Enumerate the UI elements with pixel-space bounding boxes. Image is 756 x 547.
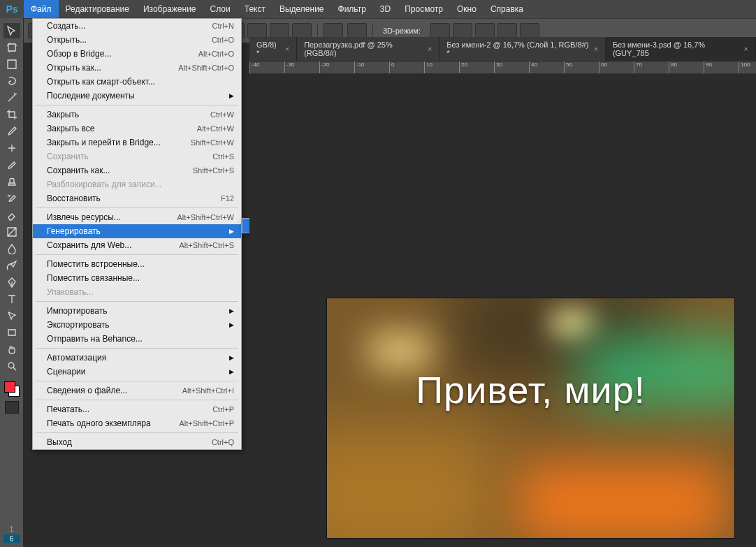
- submenu-arrow-icon: ▶: [229, 228, 234, 235]
- spacing-5-icon[interactable]: [270, 23, 289, 38]
- submenu-arrow-icon: ▶: [229, 354, 234, 361]
- 3d-scale-icon[interactable]: [520, 23, 539, 38]
- eyedropper-tool[interactable]: [3, 124, 20, 139]
- menu-item[interactable]: Открыть как смарт-объект...: [33, 75, 241, 89]
- menu-item[interactable]: Поместить встроенные...: [33, 257, 241, 271]
- document-tab[interactable]: GB/8) *×: [249, 37, 297, 61]
- lasso-tool[interactable]: [3, 73, 20, 89]
- toolbox-footer: 16: [3, 521, 20, 547]
- menu-item[interactable]: Закрыть и перейти в Bridge...Shift+Ctrl+…: [33, 136, 241, 149]
- menu-item[interactable]: ВыходCtrl+Q: [33, 435, 241, 449]
- spacing-6-icon[interactable]: [292, 23, 312, 38]
- menu-item-label: Восстановить: [47, 194, 101, 203]
- file-menu-dropdown: Создать...Ctrl+NОткрыть...Ctrl+OОбзор в …: [32, 18, 242, 450]
- document-tab[interactable]: Без имени-3.psd @ 16,7% (GUY_785×: [606, 37, 756, 61]
- document-tab[interactable]: Без имени-2 @ 16,7% (Слой 1, RGB/8#) *×: [439, 37, 606, 61]
- arrange-1-icon[interactable]: [324, 23, 343, 38]
- document-tab[interactable]: Перезагрузка.pdf @ 25% (RGB/8#)×: [297, 37, 439, 61]
- healing-brush-tool[interactable]: [3, 140, 20, 156]
- menu-item[interactable]: Сведения о файле...Alt+Shift+Ctrl+I: [33, 384, 241, 398]
- color-swatch[interactable]: [4, 381, 20, 397]
- arrange-2-icon[interactable]: [347, 23, 367, 38]
- menu-item[interactable]: Открыть...Ctrl+O: [33, 33, 241, 47]
- menu-item-shortcut: F12: [221, 194, 234, 203]
- menu-item-shortcut: Alt+Shift+Ctrl+I: [182, 386, 234, 395]
- menu-item[interactable]: Автоматизация▶: [33, 351, 241, 365]
- menu-текст[interactable]: Текст: [238, 0, 272, 18]
- menu-item[interactable]: Закрыть всеAlt+Ctrl+W: [33, 122, 241, 136]
- menu-item[interactable]: Извлечь ресурсы...Alt+Shift+Ctrl+W: [33, 210, 241, 224]
- tab-label: Без имени-3.psd @ 16,7% (GUY_785: [613, 41, 740, 57]
- menu-окно[interactable]: Окно: [450, 0, 484, 18]
- menu-редактирование[interactable]: Редактирование: [59, 0, 136, 18]
- menu-item: СохранитьCtrl+S: [33, 149, 241, 163]
- ruler-tick: -20: [319, 61, 330, 74]
- eraser-tool[interactable]: [3, 207, 20, 223]
- menu-item[interactable]: Сохранить как...Shift+Ctrl+S: [33, 163, 241, 177]
- crop-tool[interactable]: [3, 107, 20, 122]
- menu-item[interactable]: Создать...Ctrl+N: [33, 19, 241, 33]
- app-logo-icon: Ps: [0, 0, 24, 18]
- menu-item[interactable]: Печать одного экземпляраAlt+Shift+Ctrl+P: [33, 416, 241, 430]
- menu-item[interactable]: Поместить связанные...: [33, 271, 241, 285]
- menu-просмотр[interactable]: Просмотр: [398, 0, 450, 18]
- marquee-tool[interactable]: [3, 57, 20, 72]
- 3d-slide-icon[interactable]: [497, 23, 517, 38]
- menu-item-label: Отправить на Behance...: [47, 334, 143, 344]
- menu-фильтр[interactable]: Фильтр: [331, 0, 373, 18]
- artboard-tool[interactable]: [3, 40, 20, 55]
- clone-stamp-tool[interactable]: [3, 174, 20, 189]
- quick-mask-toggle[interactable]: [5, 401, 19, 414]
- rectangle-tool[interactable]: [3, 325, 20, 340]
- close-tab-icon[interactable]: ×: [593, 45, 597, 53]
- brush-tool[interactable]: [3, 157, 20, 173]
- horizontal-ruler: -40-30-20-100102030405060708090100: [249, 61, 756, 74]
- menu-separator: [36, 432, 238, 433]
- menu-item[interactable]: Сценарии▶: [33, 365, 241, 379]
- menu-3d[interactable]: 3D: [373, 0, 398, 18]
- menu-выделение[interactable]: Выделение: [272, 0, 331, 18]
- canvas-light-2: [551, 309, 593, 337]
- menu-item[interactable]: Последние документы▶: [33, 89, 241, 103]
- menu-item-label: Открыть...: [47, 35, 87, 45]
- menu-слои[interactable]: Слои: [203, 0, 238, 18]
- menu-item[interactable]: Экспортировать▶: [33, 318, 241, 332]
- pen-tool[interactable]: [3, 275, 20, 290]
- menu-item[interactable]: Отправить на Behance...: [33, 332, 241, 346]
- menu-item[interactable]: Сохранить для Web...Alt+Shift+Ctrl+S: [33, 238, 241, 252]
- menu-item[interactable]: Открыть как...Alt+Shift+Ctrl+O: [33, 61, 241, 75]
- gradient-tool[interactable]: [3, 224, 20, 240]
- menu-файл[interactable]: Файл: [24, 0, 59, 18]
- menu-item[interactable]: Импортировать▶: [33, 304, 241, 318]
- menu-item[interactable]: Печатать...Ctrl+P: [33, 402, 241, 416]
- menu-item-shortcut: Alt+Shift+Ctrl+P: [179, 419, 234, 428]
- blur-tool[interactable]: [3, 241, 20, 256]
- menu-separator: [36, 207, 238, 208]
- move-tool[interactable]: [3, 23, 20, 38]
- foreground-color-swatch[interactable]: [4, 381, 15, 393]
- menu-item[interactable]: Генерировать▶: [33, 224, 241, 238]
- menu-изображение[interactable]: Изображение: [136, 0, 203, 18]
- document-canvas[interactable]: Привет, мир!: [326, 298, 735, 539]
- menu-item-shortcut: Ctrl+Q: [212, 438, 234, 446]
- zoom-tool[interactable]: [3, 358, 20, 374]
- type-tool[interactable]: [3, 291, 20, 307]
- path-selection-tool[interactable]: [3, 308, 20, 323]
- menu-item-label: Автоматизация: [47, 353, 106, 363]
- 3d-orbit-icon[interactable]: [430, 23, 450, 38]
- menu-справка[interactable]: Справка: [484, 0, 530, 18]
- history-brush-tool[interactable]: [3, 191, 20, 206]
- canvas-blur-amber: [326, 426, 495, 539]
- magic-wand-tool[interactable]: [3, 90, 20, 105]
- close-tab-icon[interactable]: ×: [428, 45, 432, 53]
- close-tab-icon[interactable]: ×: [744, 45, 748, 53]
- close-tab-icon[interactable]: ×: [285, 45, 289, 53]
- menu-item[interactable]: Обзор в Bridge...Alt+Ctrl+O: [33, 47, 241, 61]
- 3d-roll-icon[interactable]: [453, 23, 472, 38]
- spacing-4-icon[interactable]: [247, 23, 267, 38]
- hand-tool[interactable]: [3, 342, 20, 357]
- 3d-pan-icon[interactable]: [475, 23, 495, 38]
- dodge-tool[interactable]: [3, 258, 20, 273]
- menu-item[interactable]: ЗакрытьCtrl+W: [33, 108, 241, 122]
- menu-item[interactable]: ВосстановитьF12: [33, 191, 241, 205]
